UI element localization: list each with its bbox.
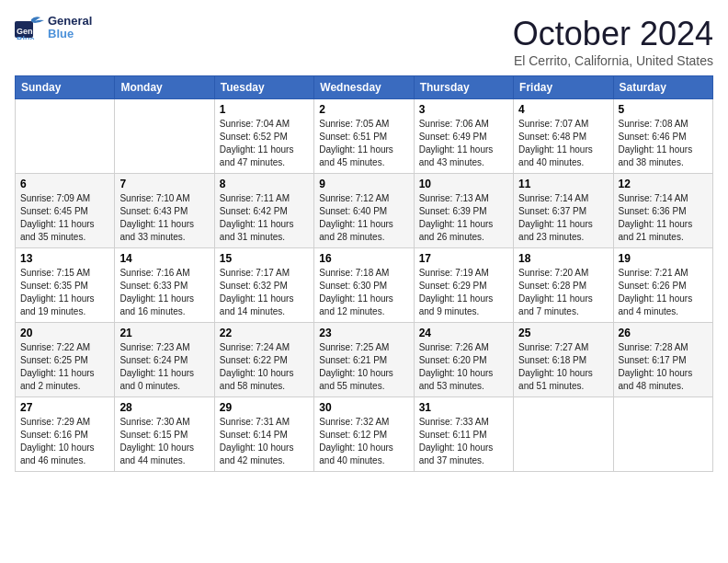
sunset: Sunset: 6:22 PM: [220, 355, 288, 365]
day-number: 24: [419, 327, 508, 339]
day-info: Sunrise: 7:04 AM Sunset: 6:52 PM Dayligh…: [220, 118, 309, 169]
day-number: 1: [220, 103, 309, 116]
daylight: Daylight: 11 hours and 31 minutes.: [220, 219, 294, 242]
calendar-week-5: 27 Sunrise: 7:29 AM Sunset: 6:16 PM Dayl…: [16, 397, 713, 472]
sunrise: Sunrise: 7:17 AM: [220, 268, 290, 278]
day-info: Sunrise: 7:13 AM Sunset: 6:39 PM Dayligh…: [419, 192, 508, 244]
day-number: 13: [20, 252, 109, 265]
sunrise: Sunrise: 7:32 AM: [319, 417, 389, 427]
sunrise: Sunrise: 7:05 AM: [319, 119, 389, 129]
day-header-monday: Monday: [115, 76, 214, 99]
day-number: 4: [518, 103, 608, 116]
day-number: 26: [619, 327, 708, 339]
sunrise: Sunrise: 7:31 AM: [220, 417, 290, 427]
calendar-cell: 24 Sunrise: 7:26 AM Sunset: 6:20 PM Dayl…: [414, 323, 513, 397]
sunrise: Sunrise: 7:12 AM: [319, 193, 389, 203]
calendar-cell: 17 Sunrise: 7:19 AM Sunset: 6:29 PM Dayl…: [414, 248, 513, 323]
sunset: Sunset: 6:52 PM: [220, 132, 288, 142]
sunset: Sunset: 6:26 PM: [619, 281, 687, 291]
sunrise: Sunrise: 7:16 AM: [119, 268, 189, 278]
daylight: Daylight: 11 hours and 16 minutes.: [119, 293, 194, 316]
day-number: 2: [319, 103, 408, 116]
sunset: Sunset: 6:20 PM: [419, 355, 487, 365]
month-title: October 2024: [513, 15, 713, 53]
calendar-cell: 21 Sunrise: 7:23 AM Sunset: 6:24 PM Dayl…: [115, 323, 214, 397]
calendar-cell: 22 Sunrise: 7:24 AM Sunset: 6:22 PM Dayl…: [214, 323, 313, 397]
sunset: Sunset: 6:11 PM: [419, 430, 487, 440]
svg-text:Blue: Blue: [17, 35, 35, 40]
day-info: Sunrise: 7:11 AM Sunset: 6:42 PM Dayligh…: [220, 192, 309, 244]
calendar-cell: [514, 397, 613, 472]
calendar-cell: 16 Sunrise: 7:18 AM Sunset: 6:30 PM Dayl…: [314, 248, 414, 323]
daylight: Daylight: 11 hours and 14 minutes.: [220, 293, 294, 316]
sunrise: Sunrise: 7:09 AM: [20, 193, 90, 203]
sunset: Sunset: 6:43 PM: [119, 206, 188, 216]
sunrise: Sunrise: 7:28 AM: [619, 342, 688, 352]
sunset: Sunset: 6:33 PM: [119, 281, 188, 291]
calendar-cell: 9 Sunrise: 7:12 AM Sunset: 6:40 PM Dayli…: [314, 174, 414, 248]
daylight: Daylight: 10 hours and 40 minutes.: [319, 442, 393, 465]
day-info: Sunrise: 7:20 AM Sunset: 6:28 PM Dayligh…: [518, 267, 608, 318]
sunrise: Sunrise: 7:06 AM: [419, 119, 489, 129]
calendar-cell: 28 Sunrise: 7:30 AM Sunset: 6:15 PM Dayl…: [115, 397, 214, 472]
daylight: Daylight: 10 hours and 58 minutes.: [220, 368, 294, 391]
daylight: Daylight: 10 hours and 55 minutes.: [319, 368, 393, 391]
calendar-week-3: 13 Sunrise: 7:15 AM Sunset: 6:35 PM Dayl…: [16, 248, 713, 323]
day-info: Sunrise: 7:21 AM Sunset: 6:26 PM Dayligh…: [619, 267, 708, 318]
title-block: October 2024 El Cerrito, California, Uni…: [513, 15, 713, 68]
page-header: General Blue General Blue October 2024 E…: [15, 15, 713, 68]
sunrise: Sunrise: 7:04 AM: [220, 119, 290, 129]
daylight: Daylight: 11 hours and 28 minutes.: [319, 219, 393, 242]
sunrise: Sunrise: 7:21 AM: [619, 268, 688, 278]
day-info: Sunrise: 7:23 AM Sunset: 6:24 PM Dayligh…: [119, 341, 209, 393]
day-info: Sunrise: 7:12 AM Sunset: 6:40 PM Dayligh…: [319, 192, 408, 244]
sunset: Sunset: 6:30 PM: [319, 281, 387, 291]
sunrise: Sunrise: 7:19 AM: [419, 268, 489, 278]
day-number: 3: [419, 103, 508, 116]
sunset: Sunset: 6:12 PM: [319, 430, 387, 440]
calendar-cell: 14 Sunrise: 7:16 AM Sunset: 6:33 PM Dayl…: [115, 248, 214, 323]
day-info: Sunrise: 7:30 AM Sunset: 6:15 PM Dayligh…: [119, 416, 209, 467]
day-info: Sunrise: 7:07 AM Sunset: 6:48 PM Dayligh…: [518, 118, 608, 169]
sunrise: Sunrise: 7:07 AM: [518, 119, 588, 129]
calendar-cell: 20 Sunrise: 7:22 AM Sunset: 6:25 PM Dayl…: [16, 323, 115, 397]
day-info: Sunrise: 7:32 AM Sunset: 6:12 PM Dayligh…: [319, 416, 408, 467]
sunrise: Sunrise: 7:14 AM: [518, 193, 588, 203]
logo-general: General: [48, 14, 92, 28]
calendar-cell: 13 Sunrise: 7:15 AM Sunset: 6:35 PM Dayl…: [16, 248, 115, 323]
day-number: 28: [119, 401, 209, 414]
sunset: Sunset: 6:49 PM: [419, 132, 487, 142]
calendar-cell: 8 Sunrise: 7:11 AM Sunset: 6:42 PM Dayli…: [214, 174, 313, 248]
sunrise: Sunrise: 7:24 AM: [220, 342, 290, 352]
sunrise: Sunrise: 7:27 AM: [518, 342, 588, 352]
daylight: Daylight: 10 hours and 42 minutes.: [220, 442, 294, 465]
day-number: 8: [220, 178, 309, 190]
daylight: Daylight: 11 hours and 12 minutes.: [319, 293, 393, 316]
day-info: Sunrise: 7:24 AM Sunset: 6:22 PM Dayligh…: [220, 341, 309, 393]
sunset: Sunset: 6:45 PM: [20, 206, 88, 216]
day-number: 12: [619, 178, 708, 190]
daylight: Daylight: 10 hours and 44 minutes.: [119, 442, 194, 465]
day-info: Sunrise: 7:14 AM Sunset: 6:37 PM Dayligh…: [518, 192, 608, 244]
day-info: Sunrise: 7:14 AM Sunset: 6:36 PM Dayligh…: [619, 192, 708, 244]
calendar-cell: [613, 397, 712, 472]
day-info: Sunrise: 7:28 AM Sunset: 6:17 PM Dayligh…: [619, 341, 708, 393]
calendar-cell: 10 Sunrise: 7:13 AM Sunset: 6:39 PM Dayl…: [414, 174, 513, 248]
day-number: 11: [518, 178, 608, 190]
sunset: Sunset: 6:25 PM: [20, 355, 88, 365]
calendar-cell: 27 Sunrise: 7:29 AM Sunset: 6:16 PM Dayl…: [16, 397, 115, 472]
day-number: 30: [319, 401, 408, 414]
sunrise: Sunrise: 7:29 AM: [20, 417, 90, 427]
calendar-table: SundayMondayTuesdayWednesdayThursdayFrid…: [15, 75, 713, 472]
day-info: Sunrise: 7:10 AM Sunset: 6:43 PM Dayligh…: [119, 192, 209, 244]
sunset: Sunset: 6:15 PM: [119, 430, 188, 440]
day-info: Sunrise: 7:22 AM Sunset: 6:25 PM Dayligh…: [20, 341, 109, 393]
calendar-cell: 18 Sunrise: 7:20 AM Sunset: 6:28 PM Dayl…: [514, 248, 613, 323]
daylight: Daylight: 10 hours and 48 minutes.: [619, 368, 693, 391]
logo: General Blue General Blue: [15, 15, 92, 41]
day-info: Sunrise: 7:29 AM Sunset: 6:16 PM Dayligh…: [20, 416, 109, 467]
daylight: Daylight: 11 hours and 35 minutes.: [20, 219, 95, 242]
calendar-header-row: SundayMondayTuesdayWednesdayThursdayFrid…: [16, 76, 713, 99]
sunset: Sunset: 6:40 PM: [319, 206, 387, 216]
sunset: Sunset: 6:24 PM: [119, 355, 188, 365]
